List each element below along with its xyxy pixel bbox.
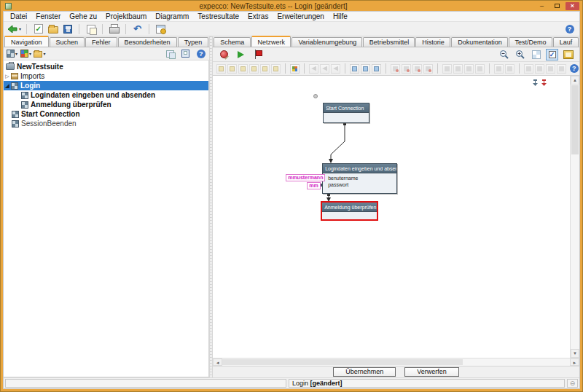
back-button[interactable]: ▾ <box>7 23 21 35</box>
tab-lauf[interactable]: Lauf <box>553 37 579 47</box>
discard-button[interactable]: Verwerfen <box>404 367 459 377</box>
tab-betriebsmittel[interactable]: Betriebsmittel <box>363 37 415 47</box>
block-palette-icon[interactable] <box>290 64 300 74</box>
align-top-icon[interactable] <box>249 64 259 74</box>
pin-down-icon[interactable] <box>453 64 463 74</box>
environment-input-pin-icon[interactable] <box>532 77 539 90</box>
tree-item-newtestsuite[interactable]: NewTestsuite <box>4 62 208 71</box>
new-window-button[interactable] <box>85 23 97 35</box>
save-button[interactable] <box>61 23 74 35</box>
tree-item-anmeldung[interactable]: Anmeldung überprüfen <box>4 100 208 109</box>
tab-besonderheiten[interactable]: Besonderheiten <box>118 37 177 47</box>
help-button[interactable]: ? <box>563 23 576 35</box>
input-pin-label[interactable]: benutername <box>328 175 396 181</box>
tab-navigation[interactable]: Navigation <box>4 36 49 47</box>
scroll-up-icon[interactable]: ▲ <box>571 76 579 85</box>
align-bottom-icon[interactable] <box>271 64 281 74</box>
run-button[interactable] <box>235 48 247 60</box>
align-center-icon[interactable] <box>227 64 237 74</box>
delete-connection-icon[interactable] <box>402 64 411 74</box>
new-item-menu-button[interactable]: ▾ <box>20 47 32 60</box>
tree-item-sessionbeenden[interactable]: SessionBeenden <box>4 119 208 128</box>
menu-testresultate[interactable]: Testresultate <box>193 12 243 20</box>
menu-erweiterungen[interactable]: Erweiterungen <box>273 12 328 20</box>
sidebar-help-button[interactable]: ? <box>195 47 207 60</box>
new-folder-menu-button[interactable]: ▾ <box>34 47 46 60</box>
menu-datei[interactable]: Datei <box>6 12 31 20</box>
connect-pins-icon[interactable] <box>391 64 400 74</box>
align-right-icon[interactable] <box>238 64 248 74</box>
input-pin-tool-icon[interactable] <box>412 64 422 74</box>
breakpoint-button[interactable] <box>251 48 264 60</box>
zoom-out-button[interactable] <box>498 48 510 60</box>
record-button[interactable] <box>218 48 230 60</box>
join-icon[interactable] <box>494 64 504 74</box>
print-button[interactable] <box>108 23 120 35</box>
node-start-connection[interactable]: Start Connection <box>323 103 369 123</box>
tab-suchen[interactable]: Suchen <box>50 37 85 47</box>
environment-output-pin-icon[interactable] <box>541 77 547 90</box>
detach-view-button[interactable] <box>164 47 176 60</box>
tab-dokumentation[interactable]: Dokumentation <box>451 37 507 47</box>
tab-testdemo[interactable]: Test/Demo <box>509 37 552 47</box>
snap-toggle[interactable]: ✓ <box>546 49 558 60</box>
add-step-icon[interactable] <box>350 64 359 74</box>
tree-item-logindaten[interactable]: Logindaten eingeben und absenden <box>4 90 208 100</box>
tab-netzwerk[interactable]: Netzwerk <box>251 36 292 47</box>
settings-browser-button[interactable] <box>154 23 167 35</box>
scroll-track[interactable] <box>571 155 579 349</box>
grid-toggle-button[interactable] <box>530 48 542 60</box>
split-icon[interactable] <box>505 64 514 74</box>
maximize-button[interactable] <box>550 2 564 10</box>
distribute-vertical-icon[interactable] <box>464 64 474 74</box>
horizontal-scroll-thumb[interactable] <box>222 359 463 365</box>
network-help-button[interactable]: ? <box>568 63 580 75</box>
menu-diagramm[interactable]: Diagramm <box>151 12 193 20</box>
tab-variablenumgebung[interactable]: Variablenumgebung <box>292 37 361 47</box>
network-canvas[interactable]: Start Connection Logindaten eingeben und… <box>213 76 570 358</box>
move-diagonal-icon[interactable] <box>331 64 340 74</box>
menu-gehezu[interactable]: Gehe zu <box>65 12 101 20</box>
route-3-icon[interactable] <box>546 64 555 74</box>
align-middle-icon[interactable] <box>260 64 270 74</box>
vertical-scrollbar[interactable]: ▲ ▼ <box>570 76 579 358</box>
save-tree-button[interactable] <box>179 47 192 60</box>
menu-hilfe[interactable]: Hilfe <box>329 12 352 20</box>
undo-button[interactable]: ↶ <box>131 23 144 35</box>
vertical-scroll-thumb[interactable] <box>571 85 579 154</box>
tree-item-imports[interactable]: ▷ Imports <box>4 71 208 81</box>
horizontal-scrollbar[interactable]: ◄ ► <box>213 358 579 366</box>
pin-value-benutername[interactable]: mmustermann <box>286 174 325 181</box>
expand-arrow-icon[interactable]: ▷ <box>4 73 11 80</box>
menu-fenster[interactable]: Fenster <box>31 12 65 20</box>
route-4-icon[interactable] <box>557 64 566 74</box>
scroll-right-icon[interactable]: ► <box>570 358 579 366</box>
input-pin-label[interactable]: passwort <box>328 181 396 188</box>
tab-typen[interactable]: Typen <box>178 37 209 47</box>
tree-item-startconnection[interactable]: Start Connection <box>4 109 208 119</box>
apply-button[interactable]: Übernehmen <box>333 367 396 377</box>
route-1-icon[interactable] <box>524 64 533 74</box>
move-left-icon[interactable] <box>309 64 318 74</box>
tree-item-login[interactable]: ◢ Login <box>4 81 208 90</box>
node-anmeldung-ueberpruefen[interactable]: Anmeldung überprüfen <box>321 201 378 221</box>
add-window-icon[interactable] <box>361 64 370 74</box>
align-left-icon[interactable] <box>216 64 226 74</box>
tab-historie[interactable]: Historie <box>415 37 450 47</box>
accept-document-button[interactable]: ✓ <box>32 23 44 35</box>
route-2-icon[interactable] <box>535 64 544 74</box>
zoom-in-button[interactable] <box>514 48 526 60</box>
rotate-icon[interactable] <box>475 64 485 74</box>
menu-projektbaum[interactable]: Projektbaum <box>101 12 151 20</box>
collapse-arrow-icon[interactable]: ◢ <box>4 82 11 90</box>
scroll-left-icon[interactable]: ◄ <box>213 358 222 366</box>
tab-fehler[interactable]: Fehler <box>85 37 117 47</box>
open-button[interactable] <box>47 23 59 35</box>
close-button[interactable]: × <box>566 2 579 10</box>
scroll-down-icon[interactable]: ▼ <box>571 349 579 358</box>
new-block-menu-button[interactable]: ▾ <box>6 47 18 60</box>
pin-value-passwort[interactable]: mm <box>307 182 320 189</box>
scroll-track[interactable] <box>463 358 570 366</box>
minimize-button[interactable]: – <box>535 2 549 10</box>
menu-extras[interactable]: Extras <box>243 12 273 20</box>
